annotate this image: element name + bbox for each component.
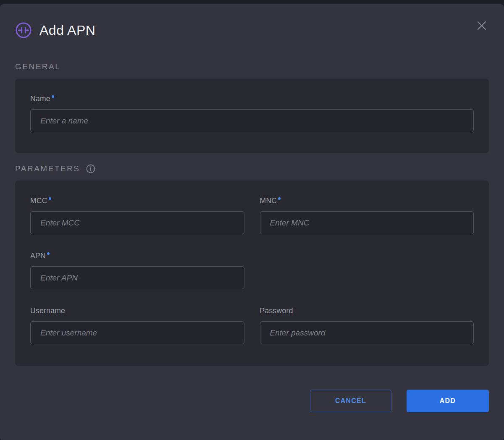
mnc-field: MNC [260,196,474,234]
mcc-input[interactable] [30,211,244,234]
name-field-label: Name [30,94,474,103]
parameters-label-text: PARAMETERS [15,164,80,173]
password-input[interactable] [260,321,474,344]
apn-field: APN [30,251,244,289]
password-label-text: Password [260,306,293,315]
modal-title: Add APN [39,23,95,38]
mcc-field: MCC [30,196,244,234]
cancel-button[interactable]: CANCEL [310,390,391,412]
section-general-label: GENERAL [15,62,489,71]
general-label-text: GENERAL [15,62,60,71]
add-apn-modal: Add APN GENERAL Name PARAMETERS [0,4,504,440]
name-input[interactable] [30,109,474,132]
name-field: Name [30,94,474,132]
grid-spacer [260,251,474,289]
mcc-field-label: MCC [30,196,244,205]
info-icon[interactable] [86,164,95,173]
mnc-label-text: MNC [260,196,277,205]
apn-input[interactable] [30,266,244,289]
section-parameters-label: PARAMETERS [15,164,489,173]
mnc-input[interactable] [260,211,474,234]
name-label-text: Name [30,94,50,103]
add-button[interactable]: ADD [407,390,489,412]
apn-icon [15,22,32,39]
modal-footer: CANCEL ADD [15,390,489,412]
username-input[interactable] [30,321,244,344]
modal-header: Add APN [15,4,489,39]
required-dot-icon [47,252,50,255]
password-field: Password [260,306,474,344]
apn-field-label: APN [30,251,244,260]
close-icon[interactable] [475,18,489,33]
password-field-label: Password [260,306,474,315]
username-field-label: Username [30,306,244,315]
apn-label-text: APN [30,251,46,260]
required-dot-icon [52,95,54,98]
username-label-text: Username [30,306,65,315]
username-field: Username [30,306,244,344]
general-panel: Name [15,79,489,153]
parameters-panel: MCC MNC APN Username Password [15,181,489,366]
required-dot-icon [49,197,51,200]
required-dot-icon [278,197,281,200]
mcc-label-text: MCC [30,196,47,205]
mnc-field-label: MNC [260,196,474,205]
